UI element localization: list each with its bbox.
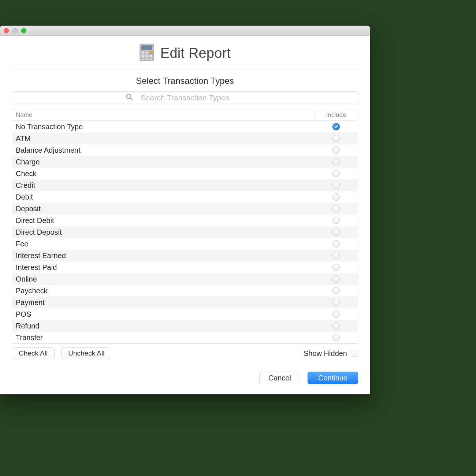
include-cell (315, 299, 358, 306)
column-header-include[interactable]: Include (315, 111, 358, 119)
table-row[interactable]: No Transaction Type (12, 121, 358, 133)
table-row[interactable]: ATM (12, 133, 358, 144)
column-header-name[interactable]: Name (12, 111, 315, 119)
table-row[interactable]: Refund (12, 320, 358, 332)
svg-rect-5 (141, 55, 144, 57)
cancel-button[interactable]: Cancel (259, 372, 300, 384)
transaction-type-name: Payment (12, 298, 315, 307)
include-cell (315, 240, 358, 248)
show-hidden-checkbox[interactable] (351, 350, 358, 357)
include-toggle[interactable] (332, 193, 340, 201)
window-close-button[interactable] (4, 28, 9, 33)
include-cell (315, 310, 358, 318)
transaction-type-name: Balance Adjustment (12, 146, 315, 155)
svg-rect-4 (149, 51, 152, 54)
calculator-icon (139, 43, 155, 63)
continue-button[interactable]: Continue (308, 372, 358, 384)
table-row[interactable]: Deposit (12, 203, 358, 215)
include-cell (315, 193, 358, 201)
table-controls: Check All Uncheck All Show Hidden (12, 347, 358, 359)
transaction-type-name: Credit (12, 181, 315, 190)
include-toggle[interactable] (332, 217, 340, 224)
table-row[interactable]: Interest Earned (12, 250, 358, 261)
include-toggle[interactable] (332, 264, 340, 271)
table-row[interactable]: Check (12, 168, 358, 179)
table-row[interactable]: Online (12, 273, 358, 285)
table-row[interactable]: Charge (12, 156, 358, 168)
include-cell (315, 217, 358, 224)
transaction-type-name: Deposit (12, 205, 315, 213)
table-row[interactable]: Interest Paid (12, 261, 358, 273)
dialog-window: Edit Report Select Transaction Types Nam… (0, 26, 370, 394)
include-cell (315, 182, 358, 189)
include-toggle[interactable] (332, 135, 340, 142)
transaction-type-name: Check (12, 170, 315, 178)
include-cell (315, 275, 358, 283)
table-row[interactable]: Payment (12, 297, 358, 308)
transaction-type-name: Refund (12, 322, 315, 330)
transaction-type-name: ATM (12, 134, 315, 143)
include-toggle[interactable] (332, 322, 340, 330)
include-toggle[interactable] (332, 252, 340, 259)
include-toggle[interactable] (332, 228, 340, 236)
table-row[interactable]: Credit (12, 179, 358, 191)
search-field (12, 91, 358, 104)
include-toggle[interactable] (332, 334, 340, 341)
transaction-type-name: POS (12, 310, 315, 319)
include-toggle[interactable] (332, 205, 340, 212)
include-cell (315, 205, 358, 212)
transaction-type-name: Paycheck (12, 287, 315, 295)
uncheck-all-button[interactable]: Uncheck All (61, 347, 111, 359)
include-toggle[interactable] (332, 287, 340, 294)
window-zoom-button[interactable] (21, 28, 26, 33)
table-row[interactable]: POS (12, 308, 358, 320)
table-row[interactable]: Transfer (12, 332, 358, 343)
show-hidden-label: Show Hidden (304, 349, 347, 358)
include-toggle[interactable] (332, 240, 340, 248)
include-cell (315, 170, 358, 177)
include-cell (315, 158, 358, 166)
include-cell (315, 252, 358, 259)
include-toggle[interactable] (332, 310, 340, 318)
include-toggle[interactable] (332, 146, 340, 154)
table-row[interactable]: Direct Deposit (12, 226, 358, 238)
include-toggle[interactable] (332, 158, 340, 166)
include-cell (315, 135, 358, 142)
transaction-type-name: Charge (12, 158, 315, 166)
section-title: Select Transaction Types (0, 76, 370, 86)
include-toggle[interactable] (332, 170, 340, 177)
titlebar (0, 26, 370, 36)
svg-rect-10 (149, 59, 152, 60)
svg-rect-1 (141, 45, 152, 50)
include-toggle[interactable] (332, 299, 340, 306)
transaction-type-name: Interest Paid (12, 263, 315, 272)
include-cell (315, 123, 358, 130)
page-title: Edit Report (160, 45, 231, 61)
show-hidden-toggle[interactable]: Show Hidden (304, 349, 358, 358)
svg-rect-8 (141, 59, 144, 60)
include-toggle[interactable] (332, 123, 340, 130)
include-cell (315, 264, 358, 271)
check-all-button[interactable]: Check All (12, 347, 55, 359)
header: Edit Report (10, 36, 360, 69)
window-minimize-button (12, 28, 18, 33)
svg-rect-2 (141, 51, 144, 54)
transaction-type-name: Online (12, 275, 315, 283)
include-cell (315, 146, 358, 154)
transaction-type-name: Fee (12, 240, 315, 248)
include-cell (315, 228, 358, 236)
table-row[interactable]: Paycheck (12, 285, 358, 297)
include-toggle[interactable] (332, 182, 340, 189)
search-input[interactable] (12, 91, 358, 104)
transaction-type-name: No Transaction Type (12, 123, 315, 131)
transaction-type-name: Interest Earned (12, 252, 315, 260)
svg-rect-9 (145, 59, 148, 60)
transaction-type-name: Transfer (12, 334, 315, 342)
transaction-type-name: Debit (12, 193, 315, 201)
table-row[interactable]: Fee (12, 238, 358, 250)
include-toggle[interactable] (332, 275, 340, 283)
svg-rect-3 (145, 51, 148, 54)
table-row[interactable]: Balance Adjustment (12, 144, 358, 156)
table-row[interactable]: Direct Debit (12, 215, 358, 226)
table-row[interactable]: Debit (12, 191, 358, 203)
